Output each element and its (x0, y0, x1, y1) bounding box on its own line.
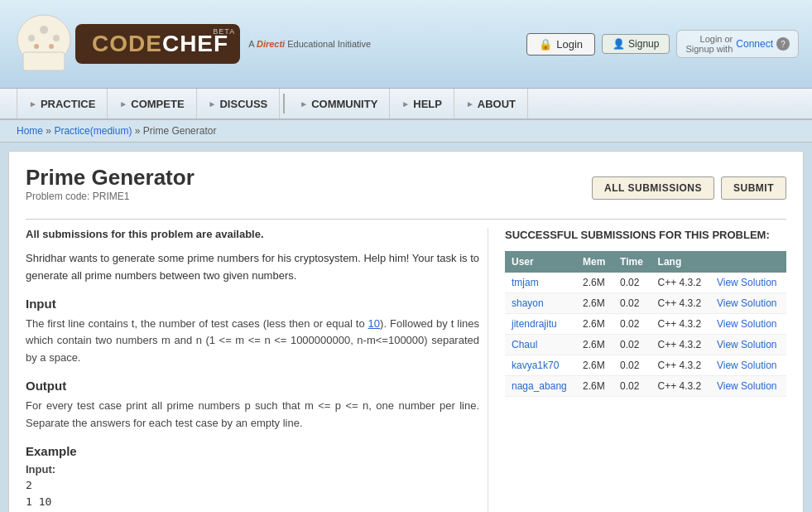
svg-point-6 (49, 44, 54, 49)
submit-button[interactable]: SUBMIT (721, 176, 786, 200)
problem-code: Problem code: PRIME1 (26, 191, 195, 202)
header-auth: 🔒 Login 👤 Signup Login or Signup with Co… (526, 30, 799, 58)
svg-point-4 (53, 35, 60, 41)
view-solution-link[interactable]: View Solution (717, 318, 777, 330)
help-icon[interactable]: ? (776, 37, 790, 51)
user-link[interactable]: tmjam (512, 277, 539, 288)
title-row: Prime Generator Problem code: PRIME1 ALL… (26, 165, 786, 210)
cell-user: naga_abang (505, 376, 576, 397)
col-solution (710, 251, 786, 273)
nav-practice[interactable]: ► PRACTICE (17, 89, 108, 118)
cell-user: kavya1k70 (505, 355, 576, 376)
cell-lang: C++ 4.3.2 (651, 314, 710, 335)
user-link[interactable]: Chaul (512, 339, 537, 350)
breadcrumb-home[interactable]: Home (17, 125, 43, 137)
cell-mem: 2.6M (576, 293, 613, 314)
cell-mem: 2.6M (576, 376, 613, 397)
nav-about[interactable]: ► ABOUT (454, 89, 528, 118)
input-link[interactable]: 10 (368, 317, 380, 330)
submissions-table: User Mem Time Lang tmjam 2.6M 0.02 C++ 4… (505, 251, 786, 397)
input-heading: Input (26, 297, 479, 311)
user-link[interactable]: shayon (512, 297, 544, 309)
view-solution-link[interactable]: View Solution (717, 297, 777, 309)
logo-text-box: BETA CODECHEF (75, 24, 240, 64)
breadcrumb-current: Prime Generator (143, 125, 217, 137)
connect-prefix: Login or (685, 34, 733, 44)
cell-lang: C++ 4.3.2 (651, 376, 710, 397)
breadcrumb-practice[interactable]: Practice(medium) (54, 125, 132, 137)
logo-area: BETA CODECHEF A Directi Educational Init… (13, 7, 371, 81)
user-link[interactable]: jitendrajitu (512, 318, 557, 330)
arrow-icon: ► (209, 99, 217, 109)
cell-mem: 2.6M (576, 335, 613, 355)
main-content: Prime Generator Problem code: PRIME1 ALL… (8, 151, 804, 512)
view-solution-link[interactable]: View Solution (717, 360, 777, 371)
arrow-icon: ► (300, 99, 308, 109)
output-heading: Output (26, 379, 479, 393)
col-lang: Lang (651, 251, 710, 273)
logo-subtitle: A Directi Educational Initiative (248, 39, 371, 49)
submissions-header: SUCCESSFUL SUBMISSIONS FOR THIS PROBLEM: (505, 228, 786, 243)
nav-divider (283, 94, 285, 114)
table-row: tmjam 2.6M 0.02 C++ 4.3.2 View Solution (505, 273, 786, 293)
cell-solution: View Solution (710, 273, 786, 293)
problem-title: Prime Generator (26, 165, 195, 191)
cell-lang: C++ 4.3.2 (651, 273, 710, 293)
title-buttons: ALL SUBMISSIONS SUBMIT (592, 176, 786, 200)
all-submissions-button[interactable]: ALL SUBMISSIONS (592, 176, 714, 200)
cell-user: Chaul (505, 335, 576, 355)
header: BETA CODECHEF A Directi Educational Init… (0, 0, 812, 89)
arrow-icon: ► (466, 99, 474, 109)
input-text: The first line contains t, the number of… (26, 316, 479, 367)
table-row: shayon 2.6M 0.02 C++ 4.3.2 View Solution (505, 293, 786, 314)
table-row: kavya1k70 2.6M 0.02 C++ 4.3.2 View Solut… (505, 355, 786, 376)
logo-subtitle-area: A Directi Educational Initiative (248, 39, 371, 49)
svg-point-2 (40, 26, 48, 34)
arrow-icon: ► (401, 99, 410, 109)
table-row: naga_abang 2.6M 0.02 C++ 4.3.2 View Solu… (505, 376, 786, 397)
person-icon: 👤 (613, 38, 625, 50)
nav-discuss[interactable]: ► DISCUSS (197, 89, 281, 118)
cell-time: 0.02 (613, 355, 651, 376)
logo-codechef: CODECHEF (92, 31, 228, 57)
signup-button[interactable]: 👤 Signup (602, 34, 670, 54)
left-column: All submissions for this problem are ava… (26, 228, 488, 512)
nav-help[interactable]: ► HELP (390, 89, 454, 118)
user-link[interactable]: naga_abang (512, 380, 567, 392)
example-input-code: 2 1 10 3 5 (26, 477, 479, 512)
nav-compete[interactable]: ► COMPETE (108, 89, 196, 118)
connect-link[interactable]: Connect (736, 38, 773, 50)
view-solution-link[interactable]: View Solution (717, 380, 777, 392)
cell-solution: View Solution (710, 314, 786, 335)
problem-description: Shridhar wants to generate some prime nu… (26, 250, 479, 285)
cell-solution: View Solution (710, 335, 786, 355)
arrow-icon: ► (119, 99, 127, 109)
user-link[interactable]: kavya1k70 (512, 360, 559, 371)
table-row: Chaul 2.6M 0.02 C++ 4.3.2 View Solution (505, 335, 786, 355)
example-input-label: Input: (26, 463, 479, 476)
cell-mem: 2.6M (576, 273, 613, 293)
cell-lang: C++ 4.3.2 (651, 335, 710, 355)
nav-community[interactable]: ► COMMUNITY (288, 89, 390, 118)
login-button[interactable]: 🔒 Login (526, 33, 595, 56)
problem-title-area: Prime Generator Problem code: PRIME1 (26, 165, 195, 210)
cell-lang: C++ 4.3.2 (651, 355, 710, 376)
example-heading: Example (26, 444, 479, 458)
right-column: SUCCESSFUL SUBMISSIONS FOR THIS PROBLEM:… (505, 228, 786, 512)
cell-time: 0.02 (613, 293, 651, 314)
cell-solution: View Solution (710, 376, 786, 397)
output-text: For every test case print all prime numb… (26, 398, 479, 432)
content-inner: Prime Generator Problem code: PRIME1 ALL… (9, 152, 803, 512)
table-header-row: User Mem Time Lang (505, 251, 786, 273)
logo-beta: BETA (213, 27, 235, 36)
cell-user: tmjam (505, 273, 576, 293)
nav-bar: ► PRACTICE ► COMPETE ► DISCUSS ► COMMUNI… (0, 89, 812, 120)
view-solution-link[interactable]: View Solution (717, 277, 777, 288)
col-user: User (505, 251, 576, 273)
lock-icon: 🔒 (539, 38, 552, 51)
view-solution-link[interactable]: View Solution (717, 339, 777, 350)
connect-box: Login or Signup with Connect ? (676, 30, 799, 58)
cell-solution: View Solution (710, 355, 786, 376)
cell-user: jitendrajitu (505, 314, 576, 335)
cell-time: 0.02 (613, 376, 651, 397)
